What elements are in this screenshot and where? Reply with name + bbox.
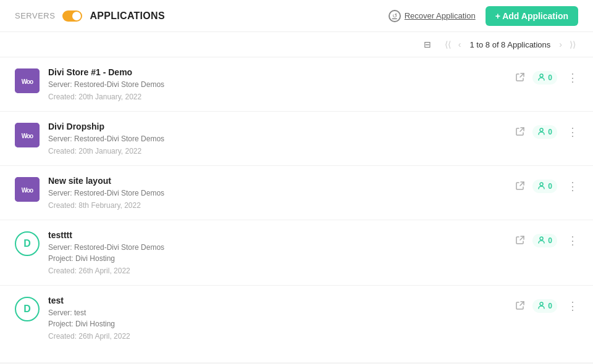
more-options-icon[interactable]: ⋮ bbox=[567, 125, 578, 139]
app-actions: 0 ⋮ bbox=[515, 71, 578, 85]
app-server: Server: Restored-Divi Store Demos bbox=[48, 242, 507, 253]
user-icon bbox=[537, 301, 545, 311]
app-actions: 0 ⋮ bbox=[515, 180, 578, 193]
app-project: Project: Divi Hosting bbox=[48, 318, 507, 329]
user-icon bbox=[537, 73, 545, 83]
app-created: Created: 8th February, 2022 bbox=[48, 201, 507, 210]
svg-point-10 bbox=[540, 302, 543, 305]
app-icon-container: D bbox=[15, 297, 40, 321]
applications-label: APPLICATIONS bbox=[90, 10, 165, 22]
header-left: SERVERS APPLICATIONS bbox=[15, 10, 165, 22]
app-name: testttt bbox=[48, 230, 507, 240]
svg-point-9 bbox=[540, 237, 543, 240]
app-name: test bbox=[48, 296, 507, 305]
more-options-icon[interactable]: ⋮ bbox=[567, 299, 578, 313]
app-info: Divi Dropship Server: Restored-Divi Stor… bbox=[48, 122, 507, 155]
app-server: Server: Restored-Divi Store Demos bbox=[48, 133, 507, 144]
user-count: 0 bbox=[548, 302, 552, 310]
list-item: D testttt Server: Restored-Divi Store De… bbox=[0, 220, 593, 286]
app-name: Divi Dropship bbox=[48, 122, 507, 131]
external-link-icon[interactable] bbox=[515, 72, 525, 84]
filter-icon[interactable]: ⊟ bbox=[424, 39, 431, 49]
list-item: Woo New site layout Server: Restored-Div… bbox=[0, 166, 593, 220]
app-icon-container: D bbox=[15, 231, 40, 256]
recover-icon: ↺ bbox=[389, 10, 401, 22]
app-icon-container: Woo bbox=[15, 177, 40, 202]
app-name: Divi Store #1 - Demo bbox=[48, 67, 507, 77]
more-options-icon[interactable]: ⋮ bbox=[567, 234, 578, 247]
recover-application-link[interactable]: ↺ Recover Application bbox=[389, 10, 476, 22]
app-created: Created: 26th April, 2022 bbox=[48, 332, 507, 341]
list-item: Woo Divi Dropship Server: Restored-Divi … bbox=[0, 112, 593, 166]
app-actions: 0 ⋮ bbox=[515, 299, 578, 313]
user-icon bbox=[537, 181, 545, 191]
servers-label: SERVERS bbox=[15, 11, 55, 20]
user-badge[interactable]: 0 bbox=[532, 125, 557, 139]
header: SERVERS APPLICATIONS ↺ Recover Applicati… bbox=[0, 0, 593, 32]
user-badge[interactable]: 0 bbox=[532, 180, 557, 193]
app-info: testttt Server: Restored-Divi Store Demo… bbox=[48, 230, 507, 275]
last-page-button[interactable]: ⟩⟩ bbox=[567, 38, 578, 51]
user-icon bbox=[537, 127, 545, 137]
svg-point-5 bbox=[540, 128, 543, 131]
divi-icon: D bbox=[15, 297, 40, 321]
external-link-icon[interactable] bbox=[515, 235, 525, 247]
app-created: Created: 20th January, 2022 bbox=[48, 147, 507, 155]
app-server: Server: test bbox=[48, 307, 507, 318]
user-count: 0 bbox=[548, 236, 552, 245]
first-page-button[interactable]: ⟨⟨ bbox=[442, 38, 453, 51]
user-badge[interactable]: 0 bbox=[532, 71, 557, 85]
app-info: Divi Store #1 - Demo Server: Restored-Di… bbox=[48, 67, 507, 101]
external-link-icon[interactable] bbox=[515, 300, 525, 312]
prev-page-button[interactable]: ‹ bbox=[456, 38, 464, 51]
divi-icon: D bbox=[15, 231, 40, 256]
app-created: Created: 26th April, 2022 bbox=[48, 267, 507, 275]
app-actions: 0 ⋮ bbox=[515, 125, 578, 139]
app-created: Created: 20th January, 2022 bbox=[48, 93, 507, 101]
user-badge[interactable]: 0 bbox=[532, 234, 557, 247]
applications-list: Woo Divi Store #1 - Demo Server: Restore… bbox=[0, 57, 593, 362]
list-item: Woo Divi Store #1 - Demo Server: Restore… bbox=[0, 57, 593, 112]
app-info: New site layout Server: Restored-Divi St… bbox=[48, 176, 507, 210]
svg-point-8 bbox=[540, 183, 543, 186]
svg-text:Woo: Woo bbox=[22, 187, 33, 194]
external-link-icon[interactable] bbox=[515, 181, 525, 192]
svg-text:Woo: Woo bbox=[22, 78, 33, 85]
external-link-icon[interactable] bbox=[515, 126, 525, 138]
svg-point-2 bbox=[540, 74, 543, 77]
app-info: test Server: test Project: Divi Hosting … bbox=[48, 296, 507, 341]
recover-label: Recover Application bbox=[405, 11, 476, 20]
app-server: Server: Restored-Divi Store Demos bbox=[48, 188, 507, 199]
pagination-info: 1 to 8 of 8 Applications bbox=[470, 40, 551, 49]
nav-toggle[interactable] bbox=[62, 10, 82, 22]
woocommerce-icon: Woo bbox=[15, 123, 40, 147]
user-count: 0 bbox=[548, 182, 552, 191]
svg-text:Woo: Woo bbox=[22, 133, 33, 139]
add-application-button[interactable]: + Add Application bbox=[486, 6, 578, 26]
more-options-icon[interactable]: ⋮ bbox=[567, 180, 578, 193]
header-right: ↺ Recover Application + Add Application bbox=[389, 6, 578, 26]
app-name: New site layout bbox=[48, 176, 507, 186]
user-count: 0 bbox=[548, 73, 552, 82]
toolbar: ⊟ ⟨⟨ ‹ 1 to 8 of 8 Applications › ⟩⟩ bbox=[0, 32, 593, 57]
list-item: D test Server: test Project: Divi Hostin… bbox=[0, 286, 593, 350]
app-icon-container: Woo bbox=[15, 68, 40, 93]
woocommerce-icon: Woo bbox=[15, 68, 40, 93]
app-actions: 0 ⋮ bbox=[515, 234, 578, 247]
next-page-button[interactable]: › bbox=[557, 38, 565, 51]
toggle-container bbox=[62, 10, 82, 22]
app-server: Server: Restored-Divi Store Demos bbox=[48, 79, 507, 90]
user-icon bbox=[537, 236, 545, 246]
woocommerce-icon: Woo bbox=[15, 177, 40, 202]
app-project: Project: Divi Hosting bbox=[48, 253, 507, 264]
user-count: 0 bbox=[548, 128, 552, 136]
pagination-controls: ⟨⟨ ‹ 1 to 8 of 8 Applications › ⟩⟩ bbox=[442, 38, 578, 51]
app-icon-container: Woo bbox=[15, 123, 40, 147]
more-options-icon[interactable]: ⋮ bbox=[567, 71, 578, 85]
user-badge[interactable]: 0 bbox=[532, 299, 557, 313]
